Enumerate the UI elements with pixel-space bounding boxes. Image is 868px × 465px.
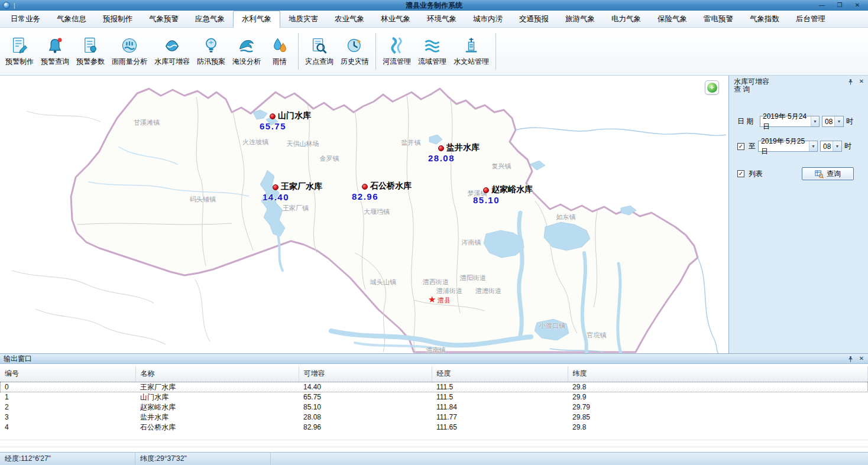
toolbar-button-label: 水库可增容 (154, 57, 190, 67)
toolbar-button-label: 防汛预案 (197, 57, 225, 67)
end-date-select[interactable]: 2019年 5月25日 ▼ (758, 141, 818, 152)
menu-item-16[interactable]: 雷电预警 (695, 11, 741, 27)
menu-item-6[interactable]: 水利气象 (233, 11, 280, 28)
toolbar-button-reservoir-capacity[interactable]: 水库可增容 (151, 34, 193, 69)
zoom-in-button[interactable]: + (705, 80, 719, 95)
toolbar-button-label: 预警查询 (41, 57, 69, 67)
toolbar-button-label: 流域管理 (418, 57, 446, 67)
start-date-value: 2019年 5月24日 (763, 112, 811, 132)
list-checkbox[interactable]: ✓ (737, 170, 744, 177)
restore-button[interactable]: ❐ (835, 1, 844, 10)
list-query-row: ✓ 列表 查询 (729, 167, 868, 180)
reservoir-name: 盐井水库 (446, 142, 480, 153)
reservoir-name: 王家厂水库 (281, 181, 322, 192)
end-date-row: ✓ 至 2019年 5月25日 ▼ 08 ▼ 时 (729, 141, 868, 152)
rain-icon (271, 37, 289, 54)
column-header[interactable]: 纬度 (568, 366, 868, 382)
menu-item-7[interactable]: 地质灾害 (280, 11, 326, 27)
end-hour-select[interactable]: 08 ▼ (820, 141, 842, 152)
town-label: 王家厂镇 (283, 204, 309, 213)
toolbar-button-river[interactable]: 河流管理 (379, 34, 414, 69)
reservoir-value: 85.10 (473, 195, 500, 205)
county-name-label: 澧县 (438, 296, 451, 305)
reservoir-value: 65.75 (260, 121, 286, 131)
toolbar-button-basin[interactable]: 流域管理 (414, 34, 450, 69)
table-cell: 1 (0, 392, 135, 402)
minimize-button[interactable]: — (817, 1, 827, 10)
toolbar-button-label: 历史灾情 (341, 57, 369, 67)
town-label: 盐井镇 (401, 138, 421, 147)
pin-icon[interactable] (847, 355, 854, 362)
reservoir-capacity-icon (163, 37, 181, 54)
start-date-row: 日 期 2019年 5月24日 ▼ 08 ▼ 时 (729, 116, 868, 127)
menu-item-2[interactable]: 气象信息 (48, 11, 95, 27)
menu-item-5[interactable]: 应急气象 (187, 11, 233, 27)
start-date-select[interactable]: 2019年 5月24日 ▼ (760, 116, 820, 127)
menu-item-4[interactable]: 气象预警 (141, 11, 187, 27)
flood-plan-icon (202, 37, 220, 54)
toolbar-button-hydro-station[interactable]: 水文站管理 (450, 34, 493, 69)
table-row[interactable]: 2赵家峪水库85.10111.8429.79 (0, 402, 868, 412)
table-cell: 29.8 (568, 422, 868, 433)
to-checkbox[interactable]: ✓ (737, 143, 744, 150)
menu-item-15[interactable]: 保险气象 (649, 11, 695, 27)
hour-suffix-label: 时 (846, 116, 853, 126)
menu-item-14[interactable]: 电力气象 (603, 11, 649, 27)
query-button-label: 查询 (827, 169, 841, 179)
close-button[interactable]: ✕ (853, 1, 862, 10)
table-row[interactable]: 1山门水库65.75111.529.9 (0, 392, 868, 402)
column-header[interactable]: 名称 (135, 366, 299, 382)
menu-item-9[interactable]: 林业气象 (373, 11, 419, 27)
status-bar: 经度:112°6'27" 纬度:29°37'32" (0, 452, 868, 465)
toolbar-button-flood-plan[interactable]: 防汛预案 (193, 34, 229, 69)
toolbar-button-rain[interactable]: 雨情 (264, 34, 295, 69)
table-cell: 111.77 (432, 412, 568, 422)
toolbar-button-rain-analysis[interactable]: 面雨量分析 (108, 34, 151, 69)
disaster-search-icon (310, 37, 328, 54)
query-button[interactable]: 查询 (802, 167, 854, 180)
toolbar-button-history-disaster[interactable]: 历史灾情 (337, 34, 373, 69)
menu-item-18[interactable]: 后台管理 (788, 11, 834, 27)
menu-item-12[interactable]: 交通预报 (511, 11, 557, 27)
document-settings-icon (82, 37, 99, 54)
start-hour-select[interactable]: 08 ▼ (822, 116, 844, 127)
table-cell: 28.08 (299, 412, 432, 422)
app-window: | 澧县业务制作系统 — ❐ ✕ 日常业务气象信息预报制作气象预警应急气象水利气… (0, 0, 868, 465)
town-label: 如东镇 (556, 213, 576, 222)
menu-item-13[interactable]: 旅游气象 (557, 11, 603, 27)
toolbar-button-alert-bell[interactable]: 预警查询 (37, 34, 73, 69)
toolbar-separator (298, 33, 299, 70)
river-icon (388, 37, 406, 54)
menu-item-17[interactable]: 气象指数 (741, 11, 788, 27)
menu-item-8[interactable]: 农业气象 (326, 11, 373, 27)
panel-close-icon[interactable]: ✕ (858, 78, 865, 85)
table-cell: 赵家峪水库 (135, 402, 299, 412)
toolbar-button-edit-document[interactable]: 预警制作 (2, 34, 37, 69)
table-row[interactable]: 4石公桥水库82.96111.6529.8 (0, 422, 868, 433)
toolbar-button-label: 灾点查询 (305, 57, 333, 67)
toolbar-button-label: 河流管理 (383, 57, 411, 67)
reservoir-dot-icon (438, 145, 444, 151)
column-header[interactable]: 编号 (0, 366, 135, 382)
menu-item-1[interactable]: 日常业务 (2, 11, 48, 27)
menu-item-11[interactable]: 城市内涝 (465, 11, 511, 27)
table-row[interactable]: 0王家厂水库14.40111.529.8 (0, 382, 868, 392)
output-close-icon[interactable]: ✕ (858, 355, 865, 362)
menu-item-3[interactable]: 预报制作 (95, 11, 141, 27)
column-header[interactable]: 可增容 (299, 366, 432, 382)
toolbar-button-document-settings[interactable]: 预警参数 (73, 34, 108, 69)
end-date-value: 2019年 5月25日 (761, 136, 809, 157)
toolbar-button-disaster-search[interactable]: 灾点查询 (302, 34, 337, 69)
toolbar-button-flood-analysis[interactable]: 淹没分析 (229, 34, 264, 69)
rain-analysis-icon (121, 37, 138, 54)
table-row[interactable]: 3盐井水库28.08111.7729.85 (0, 412, 868, 422)
town-label: 大堰垱镇 (364, 207, 390, 216)
reservoir-name: 山门水库 (278, 110, 311, 121)
pin-icon[interactable] (847, 78, 854, 85)
map-area[interactable]: 甘溪滩镇火连坡镇天供山林场金罗镇盐井镇复兴镇码头铺镇王家厂镇梦溪镇大堰垱镇如东镇… (0, 76, 728, 353)
table-cell: 石公桥水库 (135, 422, 299, 433)
menu-item-10[interactable]: 环境气象 (419, 11, 465, 27)
table-cell: 3 (0, 412, 135, 422)
table-cell: 14.40 (299, 382, 432, 392)
column-header[interactable]: 经度 (432, 366, 568, 382)
